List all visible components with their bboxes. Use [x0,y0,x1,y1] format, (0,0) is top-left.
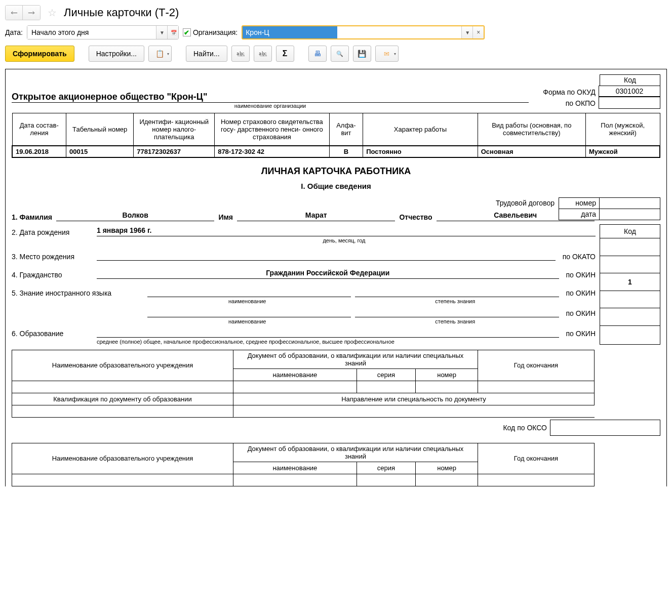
f5-value-1 [147,287,351,297]
org-combo[interactable]: ▼ × [242,25,485,39]
expand-groups-button[interactable]: a͢b͢c [231,46,250,62]
td-worktype: Основная [478,146,585,157]
date-input[interactable] [27,26,156,39]
org-input[interactable] [243,26,337,38]
edu2-r1c1 [12,474,233,486]
f3-value [97,251,556,261]
td-inn: 778172302637 [134,146,215,157]
settings-button[interactable]: Настройки... [89,46,144,62]
preview-button[interactable]: 🔍 [331,46,349,62]
print-button[interactable]: 🖶 [308,46,327,62]
contract-number-label: номер [559,197,600,209]
td-char: Постоянно [363,146,478,157]
edu-r1c5 [478,381,594,393]
lastname-label: 1. Фамилия [12,213,52,221]
org-dropdown-button[interactable]: ▼ [461,26,472,38]
date-calendar-button[interactable]: 📅 [167,26,178,39]
f2-label: 2. Дата рождения [12,228,93,236]
f6-sub: среднее (полное) общее, начальное профес… [97,339,596,345]
abc-collapse-icon: a͢b͢c [259,51,266,56]
f5b-tail: по ОКИН [566,309,596,317]
collapse-groups-button[interactable]: a͢b͢c [254,46,272,62]
f5-sub-2: степень знания [351,298,560,304]
contract-date-value [600,209,660,220]
page-title: Личные карточки (Т-2) [64,6,179,19]
f3-tail: по ОКАТО [563,253,596,261]
document-title: ЛИЧНАЯ КАРТОЧКА РАБОТНИКА [12,166,660,177]
f6-tail: по ОКИН [566,330,596,338]
th-tabno: Табельный номер [66,113,134,146]
side-code-4 [600,291,660,308]
edu-sh3: номер [416,368,478,381]
edu-h3: Год окончания [478,350,594,381]
document-area: Форма по ОКУД по ОКПО Код 0301002 Открыт… [5,69,667,486]
f5-sub-1: наименование [143,298,351,304]
employee-header-table: Дата состав- ления Табельный номер Идент… [12,113,660,158]
td-tabno: 00015 [66,146,134,157]
edu-sh1: наименование [233,368,357,381]
th-snils: Номер страхового свидетельства госу- дар… [215,113,329,146]
f4-label: 4. Гражданство [12,271,93,279]
edu2-h3: Год окончания [478,443,594,474]
abc-expand-icon: a͢b͢c [236,51,244,56]
f5b-sub-2: степень знания [351,318,560,324]
f6-label: 6. Образование [12,330,93,338]
f2-sub: день, месяц, год [93,237,596,243]
side-code-header: Код [600,224,660,238]
okud-label: Форма по ОКУД [540,87,599,98]
organization-full-name: Открытое акционерное общество "Крон-Ц" [12,92,529,103]
okud-value: 0301002 [599,86,660,97]
date-dropdown-button[interactable]: ▼ [156,26,167,39]
side-code-table: Код 1 [600,224,660,345]
f2-value: 1 января 1966 г. [97,226,596,236]
td-snils: 878-172-302 42 [215,146,329,157]
f4-tail: по ОКИН [566,271,596,279]
contract-label: Трудовой договор [496,197,555,207]
f5-tail: по ОКИН [566,289,596,297]
nav-back-button[interactable]: 🡐 [6,6,23,20]
side-code-5 [600,308,660,326]
edu-qlabel: Квалификация по документу об образовании [12,393,233,405]
generate-button[interactable]: Сформировать [5,46,74,62]
okso-box-1 [550,420,660,436]
variants-button[interactable]: 📋 [148,46,172,62]
side-code-3: 1 [600,273,660,291]
edu2-sh3: номер [416,462,478,474]
find-button[interactable]: Найти... [186,46,227,62]
sum-button[interactable]: Σ [276,46,294,62]
save-icon: 💾 [358,50,366,58]
edu2-h2: Документ об образовании, о квалификации … [233,443,478,462]
mail-icon: ✉ [384,50,389,58]
nav-forward-button[interactable]: 🡒 [23,6,40,20]
send-button[interactable]: ✉ [375,46,399,62]
org-clear-button[interactable]: × [472,26,484,38]
middlename-label: Отчество [399,213,432,221]
f5-value-2 [355,287,559,297]
edu2-sh2: серия [357,462,416,474]
edu-r1c3 [357,381,416,393]
f5b-sub-1: наименование [143,318,351,324]
td-sex: Мужской [585,146,660,157]
organization-caption: наименование организации [12,103,529,109]
edu2-r1c5 [478,474,594,486]
side-code-2 [600,256,660,273]
date-combo[interactable]: ▼ 📅 [27,25,179,39]
middlename-value: Савельевич [437,211,595,221]
edu-r1c4 [416,381,478,393]
side-code-6 [600,325,660,344]
clipboard-icon: 📋 [155,50,164,58]
edu-r1c1 [12,381,233,393]
firstname-label: Имя [218,213,233,221]
firstname-value: Марат [237,211,395,221]
okso-label-1: Код по ОКСО [503,424,547,432]
edu-sh2: серия [357,368,416,381]
edu-r2c1 [12,405,233,417]
edu-speclabel: Направление или специальность по докумен… [233,393,595,405]
section-1-title: I. Общие сведения [12,182,660,190]
org-checkbox[interactable]: ✔ [183,28,191,36]
save-button[interactable]: 💾 [353,46,371,62]
favorite-star-icon[interactable]: ☆ [48,7,57,19]
edu-h2: Документ об образовании, о квалификации … [233,350,478,368]
th-char: Характер работы [363,113,478,146]
th-date: Дата состав- ления [12,113,66,146]
